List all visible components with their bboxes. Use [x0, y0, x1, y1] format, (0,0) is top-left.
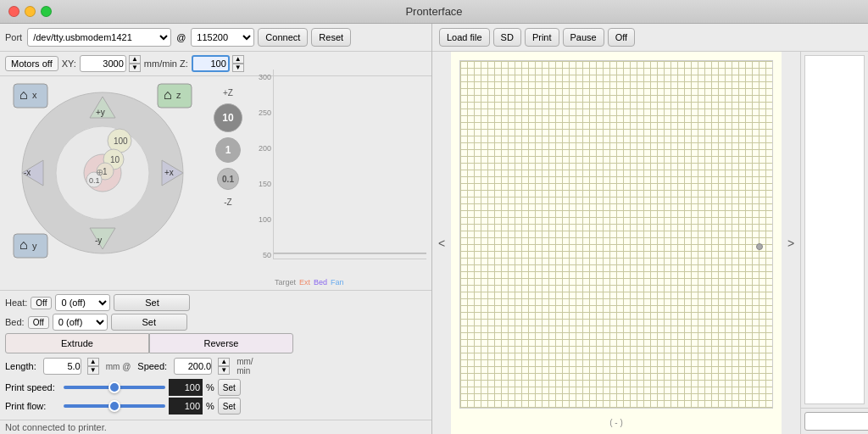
extrude-button[interactable]: Extrude [5, 333, 149, 353]
chart-legend: Target Ext Bed Fan [248, 278, 426, 287]
print-flow-pct: % [206, 401, 214, 411]
print-speed-thumb[interactable] [108, 381, 120, 393]
z-spin-down[interactable]: ▼ [232, 64, 244, 72]
heat-off-button[interactable]: Off [31, 297, 52, 309]
print-speed-input[interactable] [169, 379, 203, 396]
length-label: Length: [5, 361, 36, 371]
print-flow-input[interactable] [169, 398, 203, 415]
svg-text:z: z [176, 90, 181, 100]
z-step-10-btn[interactable]: 10 [214, 103, 242, 132]
xy-spinners: ▲ ▼ [129, 55, 141, 72]
nav-left-button[interactable]: < [432, 52, 451, 434]
window-controls [8, 6, 52, 17]
left-panel: Port /dev/tty.usbmodem1421 @ 115200 Conn… [0, 24, 432, 434]
xy-input[interactable] [80, 55, 126, 72]
bed-label: Bed: [5, 317, 25, 327]
speed-spinners: ▲ ▼ [218, 358, 230, 375]
y-label-50: 50 [263, 251, 271, 259]
speed-unit: mm/min [236, 357, 253, 376]
svg-text:100: 100 [114, 136, 128, 146]
print-flow-thumb[interactable] [108, 400, 120, 412]
svg-text:0.1: 0.1 [89, 176, 100, 185]
reset-button[interactable]: Reset [311, 28, 351, 47]
reverse-button[interactable]: Reverse [149, 333, 293, 353]
length-input[interactable] [43, 358, 81, 375]
port-select[interactable]: /dev/tty.usbmodem1421 [27, 28, 171, 47]
chat-input[interactable] [804, 412, 868, 431]
bed-temp-select[interactable]: 0 (off) [53, 314, 108, 331]
legend-ext: Ext [299, 278, 310, 287]
home-y-button[interactable] [14, 234, 47, 258]
length-unit: mm @ [106, 362, 131, 371]
svg-text:⊕: ⊕ [96, 167, 103, 177]
sd-button[interactable]: SD [493, 28, 521, 47]
jog-svg: ⌂ x ⌂ z +y -y -x [5, 80, 200, 262]
port-label: Port [5, 32, 22, 42]
xy-spin-down[interactable]: ▼ [129, 64, 141, 72]
home-z-button[interactable] [158, 84, 192, 108]
status-text: Not connected to printer. [5, 422, 107, 432]
motors-off-button[interactable]: Motors off [5, 56, 58, 71]
heat-set-button[interactable]: Set [114, 294, 190, 311]
maximize-button[interactable] [41, 6, 52, 17]
print-flow-slider[interactable] [64, 404, 165, 408]
close-button[interactable] [8, 6, 19, 17]
legend-target: Target [275, 278, 296, 287]
svg-text:-y: -y [95, 236, 102, 245]
bed-set-button[interactable]: Set [111, 314, 187, 331]
legend-bed: Bed [314, 278, 327, 287]
length-speed-row: Length: ▲ ▼ mm @ Speed: ▲ ▼ mm/min [5, 357, 426, 376]
z-step-01-btn[interactable]: 0.1 [217, 168, 239, 190]
print-speed-label: Print speed: [5, 382, 60, 392]
connect-button[interactable]: Connect [258, 28, 308, 47]
z-spin-up[interactable]: ▲ [232, 55, 244, 64]
xy-label: XY: [62, 58, 76, 69]
z-step-1-btn[interactable]: 1 [215, 137, 241, 163]
print-speed-row: Print speed: % Set [5, 379, 426, 396]
length-spin-down[interactable]: ▼ [87, 366, 99, 375]
print-flow-row: Print flow: % Set [5, 398, 426, 415]
jog-area: ⌂ x ⌂ z +y -y -x [0, 76, 431, 290]
print-speed-set[interactable]: Set [218, 379, 241, 396]
visualizer-chat-area: < ( - ) > Send [432, 52, 868, 434]
minimize-button[interactable] [25, 6, 36, 17]
heat-temp-select[interactable]: 0 (off) [55, 294, 110, 311]
right-sidebar: Send [800, 52, 868, 434]
load-file-button[interactable]: Load file [439, 28, 490, 47]
heat-label: Heat: [5, 298, 27, 308]
xy-spin-up[interactable]: ▲ [129, 55, 141, 64]
length-spin-up[interactable]: ▲ [87, 358, 99, 366]
baud-select[interactable]: 115200 [191, 28, 254, 47]
visualizer: ( - ) [451, 52, 782, 434]
print-flow-set[interactable]: Set [218, 398, 241, 415]
svg-text:10: 10 [110, 155, 120, 164]
print-speed-slider[interactable] [64, 386, 165, 389]
svg-text:⌂: ⌂ [164, 87, 172, 102]
print-flow-label: Print flow: [5, 401, 60, 411]
extrude-reverse-row: Extrude Reverse [5, 333, 293, 353]
length-spinners: ▲ ▼ [87, 358, 99, 375]
temp-chart-area: 300 250 200 150 100 50 [248, 80, 426, 287]
z-input[interactable] [192, 55, 230, 72]
legend-fan: Fan [331, 278, 344, 287]
svg-text:x: x [32, 90, 37, 100]
nav-right-button[interactable]: > [782, 52, 800, 434]
speed-spin-down[interactable]: ▼ [218, 366, 230, 375]
off-button[interactable]: Off [608, 28, 635, 47]
svg-text:⌂: ⌂ [19, 87, 28, 102]
print-button[interactable]: Print [525, 28, 559, 47]
z-controls: +Z 10 1 0.1 -Z [214, 88, 242, 287]
nav-dot [756, 243, 763, 250]
speed-spin-up[interactable]: ▲ [218, 358, 230, 366]
print-grid [459, 60, 773, 409]
bed-off-button[interactable]: Off [28, 316, 49, 329]
pause-button[interactable]: Pause [563, 28, 604, 47]
home-x-button[interactable] [14, 84, 47, 108]
heat-row: Heat: Off 0 (off) Set [5, 294, 426, 311]
visualizer-bottom-label: ( - ) [609, 418, 623, 427]
visualizer-container: < ( - ) > [432, 52, 800, 434]
speed-input[interactable] [174, 358, 212, 375]
chat-input-row: Send [801, 408, 868, 434]
right-panel: Load file SD Print Pause Off < ( - ) > [432, 24, 868, 434]
speed-label: Speed: [137, 361, 167, 371]
